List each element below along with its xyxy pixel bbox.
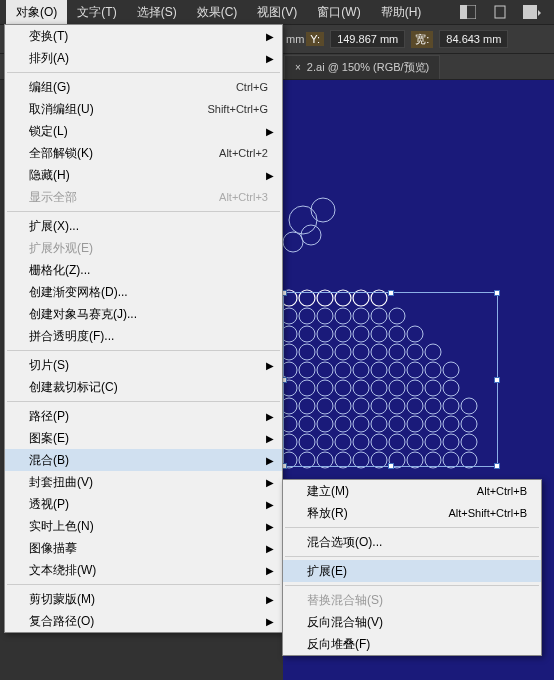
menubar: 对象(O) 文字(T) 选择(S) 效果(C) 视图(V) 窗口(W) 帮助(H… — [0, 0, 554, 24]
submenu-reverse-spine[interactable]: 反向混合轴(V) — [283, 611, 541, 633]
menu-hide[interactable]: 隐藏(H)▶ — [5, 164, 282, 186]
menu-select[interactable]: 选择(S) — [127, 0, 187, 24]
svg-point-6 — [301, 225, 321, 245]
menu-blend[interactable]: 混合(B)▶ — [5, 449, 282, 471]
chevron-right-icon: ▶ — [266, 565, 274, 576]
menu-unlock-all[interactable]: 全部解锁(K)Alt+Ctrl+2 — [5, 142, 282, 164]
svg-point-4 — [311, 198, 335, 222]
chevron-right-icon: ▶ — [266, 477, 274, 488]
menu-pattern[interactable]: 图案(E)▶ — [5, 427, 282, 449]
document-tab[interactable]: × 2.ai @ 150% (RGB/预览) — [284, 55, 440, 79]
menu-crop-marks[interactable]: 创建裁切标记(C) — [5, 376, 282, 398]
menu-clip-mask[interactable]: 剪切蒙版(M)▶ — [5, 588, 282, 610]
layout-icon[interactable] — [456, 2, 480, 22]
svg-rect-3 — [523, 5, 537, 19]
handle-mr[interactable] — [494, 377, 500, 383]
panel-icon[interactable] — [520, 2, 544, 22]
menu-object-mosaic[interactable]: 创建对象马赛克(J)... — [5, 303, 282, 325]
menu-type[interactable]: 文字(T) — [67, 0, 126, 24]
handle-ml[interactable] — [283, 377, 287, 383]
chevron-right-icon: ▶ — [266, 521, 274, 532]
menu-rasterize[interactable]: 栅格化(Z)... — [5, 259, 282, 281]
menu-window[interactable]: 窗口(W) — [307, 0, 370, 24]
menu-ungroup[interactable]: 取消编组(U)Shift+Ctrl+G — [5, 98, 282, 120]
chevron-right-icon: ▶ — [266, 360, 274, 371]
chevron-right-icon: ▶ — [266, 616, 274, 627]
menu-lock[interactable]: 锁定(L)▶ — [5, 120, 282, 142]
menu-path[interactable]: 路径(P)▶ — [5, 405, 282, 427]
y-value[interactable]: 149.867 mm — [330, 30, 405, 48]
menu-group[interactable]: 编组(G)Ctrl+G — [5, 76, 282, 98]
chevron-right-icon: ▶ — [266, 411, 274, 422]
menu-show-all: 显示全部Alt+Ctrl+3 — [5, 186, 282, 208]
chevron-right-icon: ▶ — [266, 31, 274, 42]
menu-text-wrap[interactable]: 文本绕排(W)▶ — [5, 559, 282, 581]
svg-rect-2 — [495, 6, 505, 18]
chevron-right-icon: ▶ — [266, 455, 274, 466]
doc-icon[interactable] — [488, 2, 512, 22]
submenu-reverse-stack[interactable]: 反向堆叠(F) — [283, 633, 541, 655]
menu-transform[interactable]: 变换(T)▶ — [5, 25, 282, 47]
menu-flatten[interactable]: 拼合透明度(F)... — [5, 325, 282, 347]
chevron-right-icon: ▶ — [266, 543, 274, 554]
y-label: Y: — [306, 32, 324, 46]
submenu-expand[interactable]: 扩展(E) — [283, 560, 541, 582]
chevron-right-icon: ▶ — [266, 594, 274, 605]
object-menu: 变换(T)▶ 排列(A)▶ 编组(G)Ctrl+G 取消编组(U)Shift+C… — [4, 24, 283, 633]
handle-tm[interactable] — [388, 290, 394, 296]
blend-submenu: 建立(M)Alt+Ctrl+B 释放(R)Alt+Shift+Ctrl+B 混合… — [282, 479, 542, 656]
menu-object[interactable]: 对象(O) — [6, 0, 67, 24]
menu-effect[interactable]: 效果(C) — [187, 0, 248, 24]
w-label: 宽: — [411, 31, 433, 48]
w-value[interactable]: 84.643 mm — [439, 30, 508, 48]
chevron-right-icon: ▶ — [266, 53, 274, 64]
menu-view[interactable]: 视图(V) — [247, 0, 307, 24]
handle-bl[interactable] — [283, 463, 287, 469]
menu-help[interactable]: 帮助(H) — [371, 0, 432, 24]
submenu-replace-spine: 替换混合轴(S) — [283, 589, 541, 611]
selection-box[interactable] — [283, 292, 498, 467]
menu-expand[interactable]: 扩展(X)... — [5, 215, 282, 237]
submenu-options[interactable]: 混合选项(O)... — [283, 531, 541, 553]
menu-gradient-mesh[interactable]: 创建渐变网格(D)... — [5, 281, 282, 303]
menu-perspective[interactable]: 透视(P)▶ — [5, 493, 282, 515]
chevron-right-icon: ▶ — [266, 499, 274, 510]
x-unit: mm — [286, 33, 304, 45]
chevron-right-icon: ▶ — [266, 433, 274, 444]
handle-bm[interactable] — [388, 463, 394, 469]
menu-slice[interactable]: 切片(S)▶ — [5, 354, 282, 376]
menu-compound[interactable]: 复合路径(O)▶ — [5, 610, 282, 632]
menu-image-trace[interactable]: 图像描摹▶ — [5, 537, 282, 559]
menu-expand-appearance: 扩展外观(E) — [5, 237, 282, 259]
menu-live-paint[interactable]: 实时上色(N)▶ — [5, 515, 282, 537]
menu-envelope[interactable]: 封套扭曲(V)▶ — [5, 471, 282, 493]
svg-point-7 — [283, 232, 303, 252]
tab-title: 2.ai @ 150% (RGB/预览) — [307, 60, 429, 75]
svg-rect-1 — [460, 5, 467, 19]
chevron-right-icon: ▶ — [266, 126, 274, 137]
handle-br[interactable] — [494, 463, 500, 469]
handle-tr[interactable] — [494, 290, 500, 296]
submenu-release[interactable]: 释放(R)Alt+Shift+Ctrl+B — [283, 502, 541, 524]
handle-tl[interactable] — [283, 290, 287, 296]
menu-arrange[interactable]: 排列(A)▶ — [5, 47, 282, 69]
close-icon[interactable]: × — [295, 62, 301, 73]
submenu-make[interactable]: 建立(M)Alt+Ctrl+B — [283, 480, 541, 502]
chevron-right-icon: ▶ — [266, 170, 274, 181]
